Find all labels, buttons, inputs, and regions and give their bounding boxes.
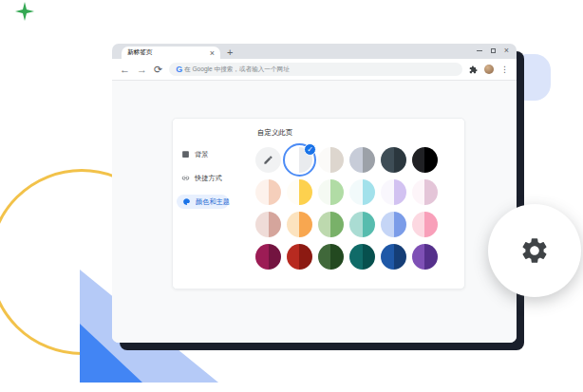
- theme-swatch-grid: ✓: [255, 147, 464, 270]
- theme-swatch[interactable]: [255, 179, 281, 205]
- theme-swatch[interactable]: [412, 244, 438, 270]
- tab-close-icon[interactable]: ×: [210, 48, 215, 58]
- theme-swatch[interactable]: [349, 179, 375, 205]
- browser-window: 新标签页 × + × ← → ⟳ G 在 Google 中搜索，或者输入一个网址…: [112, 44, 517, 343]
- shortcut-link-icon: [181, 174, 190, 182]
- theme-swatch[interactable]: [381, 212, 406, 237]
- theme-swatch[interactable]: [381, 179, 406, 205]
- theme-swatch[interactable]: [412, 147, 438, 173]
- window-controls: ×: [477, 47, 509, 54]
- menu-kebab-icon[interactable]: ⋮: [500, 65, 509, 74]
- theme-swatch[interactable]: [412, 179, 438, 205]
- theme-swatch[interactable]: [412, 212, 438, 237]
- customize-dialog: 背景 快捷方式 颜色和主题 自定义此页: [172, 118, 465, 289]
- sidebar-item-label: 快捷方式: [195, 173, 222, 182]
- theme-swatch[interactable]: [381, 244, 406, 270]
- close-button[interactable]: ×: [504, 47, 509, 54]
- profile-avatar[interactable]: [484, 65, 494, 74]
- theme-swatch[interactable]: [255, 244, 281, 270]
- theme-swatch[interactable]: [287, 179, 312, 205]
- google-logo-icon: G: [176, 65, 182, 74]
- sidebar-item-label: 颜色和主题: [196, 196, 230, 206]
- address-bar[interactable]: G 在 Google 中搜索，或者输入一个网址: [169, 63, 462, 76]
- new-tab-button[interactable]: +: [227, 47, 233, 58]
- forward-icon[interactable]: →: [137, 64, 147, 75]
- browser-tab[interactable]: 新标签页 ×: [122, 47, 220, 59]
- theme-swatch[interactable]: [318, 212, 344, 237]
- theme-swatch[interactable]: [318, 179, 344, 205]
- selected-check-badge: ✓: [304, 143, 316, 156]
- tab-title: 新标签页: [127, 47, 210, 59]
- theme-swatch[interactable]: [349, 147, 375, 173]
- theme-swatch[interactable]: [349, 212, 375, 237]
- dialog-sidebar: 背景 快捷方式 颜色和主题: [173, 119, 253, 289]
- theme-swatch[interactable]: [255, 212, 281, 237]
- theme-swatch[interactable]: [287, 212, 312, 237]
- background-image-icon: [181, 150, 190, 159]
- sidebar-item-background[interactable]: 背景: [177, 147, 253, 161]
- sidebar-item-shortcuts[interactable]: 快捷方式: [177, 171, 253, 185]
- theme-swatch[interactable]: [381, 147, 406, 173]
- minimize-button[interactable]: [477, 50, 482, 51]
- maximize-button[interactable]: [491, 48, 496, 53]
- palette-icon: [182, 197, 191, 206]
- gear-icon: [519, 235, 550, 266]
- browser-toolbar: ← → ⟳ G 在 Google 中搜索，或者输入一个网址 ⋮: [112, 59, 517, 80]
- reload-icon[interactable]: ⟳: [154, 64, 162, 75]
- tab-strip: 新标签页 × + ×: [112, 44, 517, 59]
- back-icon[interactable]: ←: [120, 64, 130, 75]
- dialog-main: 自定义此页 ✓: [253, 119, 464, 289]
- theme-swatch[interactable]: [287, 244, 312, 270]
- theme-swatch[interactable]: [318, 147, 344, 173]
- extensions-icon[interactable]: [469, 65, 478, 74]
- sidebar-item-label: 背景: [195, 149, 208, 159]
- new-tab-page: 背景 快捷方式 颜色和主题 自定义此页: [112, 81, 517, 343]
- green-sparkle-icon: [15, 2, 34, 21]
- address-bar-placeholder: 在 Google 中搜索，或者输入一个网址: [184, 65, 290, 73]
- settings-badge[interactable]: [488, 204, 581, 297]
- theme-swatch[interactable]: [349, 244, 375, 270]
- theme-swatch[interactable]: [318, 244, 344, 270]
- custom-color-swatch[interactable]: [255, 147, 281, 173]
- sidebar-item-colors-theme[interactable]: 颜色和主题: [177, 195, 229, 209]
- selected-theme-swatch[interactable]: ✓: [287, 147, 312, 173]
- dialog-title: 自定义此页: [257, 127, 292, 138]
- eyedropper-icon: [263, 155, 273, 165]
